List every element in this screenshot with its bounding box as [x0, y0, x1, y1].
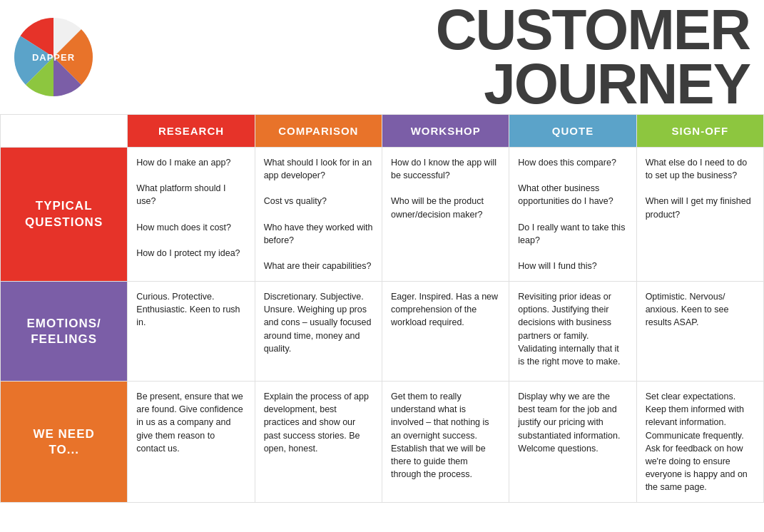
- cell-we-need-to-research: Be present, ensure that we are found. Gi…: [128, 382, 255, 503]
- col-header-workshop: WORKSHOP: [382, 115, 509, 148]
- col-header-research: RESEARCH: [128, 115, 255, 148]
- cell-we-need-to-workshop: Get them to really understand what is in…: [382, 382, 509, 503]
- page: DAPPER CUSTOMER JOURNEY RESEARCH COMPARI…: [0, 0, 764, 532]
- row-label-we-need-to: WE NEEDTO...: [1, 382, 128, 503]
- cell-we-need-to-quote: Display why we are the best team for the…: [509, 382, 636, 503]
- header: DAPPER CUSTOMER JOURNEY: [0, 0, 764, 114]
- cell-typical-questions-research: How do I make an app?What platform shoul…: [128, 148, 255, 282]
- logo-text: DAPPER: [32, 52, 75, 63]
- cell-typical-questions-quote: How does this compare?What other busines…: [509, 148, 636, 282]
- row-label-emotions-feelings: EMOTIONS/FEELINGS: [1, 282, 128, 382]
- col-header-comparison: COMPARISON: [255, 115, 382, 148]
- cell-typical-questions-signoff: What else do I need to do to set up the …: [636, 148, 763, 282]
- table-row: WE NEEDTO...Be present, ensure that we a…: [1, 382, 764, 503]
- table-row: TYPICALQUESTIONSHow do I make an app?Wha…: [1, 148, 764, 282]
- cell-emotions-feelings-research: Curious. Protective. Enthusiastic. Keen …: [128, 282, 255, 382]
- cell-we-need-to-comparison: Explain the process of app development, …: [255, 382, 382, 503]
- logo: DAPPER: [14, 18, 93, 96]
- header-empty-cell: [1, 115, 128, 148]
- journey-table: RESEARCH COMPARISON WORKSHOP QUOTE SIGN-…: [0, 114, 764, 503]
- row-label-typical-questions: TYPICALQUESTIONS: [1, 148, 128, 282]
- table-row: EMOTIONS/FEELINGSCurious. Protective. En…: [1, 282, 764, 382]
- col-header-quote: QUOTE: [509, 115, 636, 148]
- cell-we-need-to-signoff: Set clear expectations. Keep them inform…: [636, 382, 763, 503]
- table-header-row: RESEARCH COMPARISON WORKSHOP QUOTE SIGN-…: [1, 115, 764, 148]
- cell-emotions-feelings-signoff: Optimistic. Nervous/ anxious. Keen to se…: [636, 282, 763, 382]
- cell-emotions-feelings-workshop: Eager. Inspired. Has a new comprehension…: [382, 282, 509, 382]
- page-title: CUSTOMER JOURNEY: [436, 3, 750, 111]
- cell-emotions-feelings-comparison: Discretionary. Subjective. Unsure. Weigh…: [255, 282, 382, 382]
- cell-typical-questions-comparison: What should I look for in an app develop…: [255, 148, 382, 282]
- cell-typical-questions-workshop: How do I know the app will be successful…: [382, 148, 509, 282]
- cell-emotions-feelings-quote: Revisiting prior ideas or options. Justi…: [509, 282, 636, 382]
- col-header-signoff: SIGN-OFF: [636, 115, 763, 148]
